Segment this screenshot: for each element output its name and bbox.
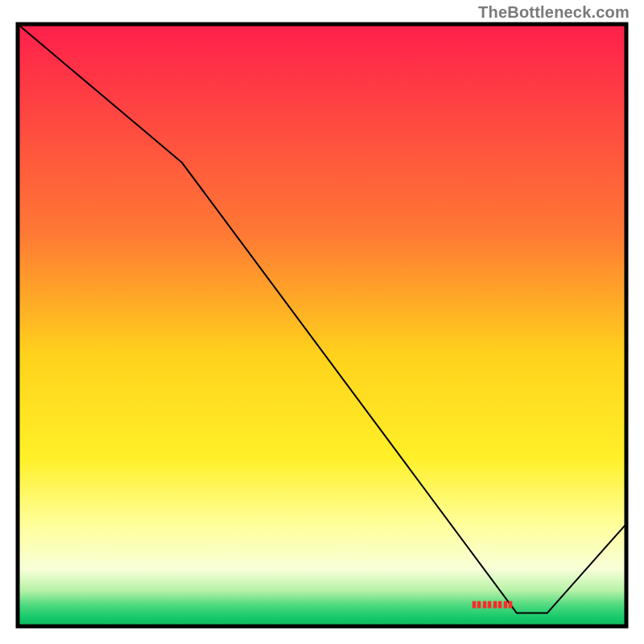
bottleneck-chart: ▮▮▮▮▮▮▮▮ — [0, 0, 644, 644]
plot-area — [18, 24, 626, 626]
minimum-annotation: ▮▮▮▮▮▮▮▮ — [472, 599, 514, 609]
